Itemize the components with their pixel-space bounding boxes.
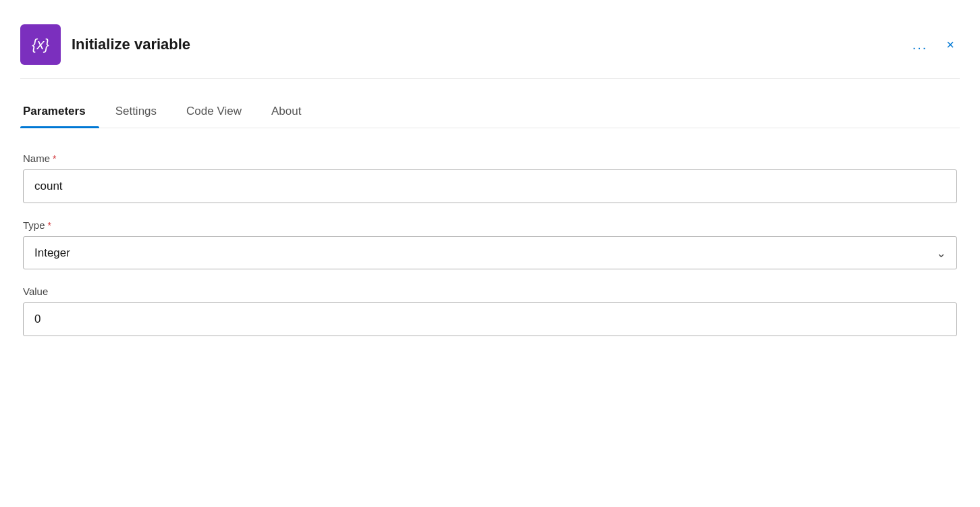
page-container: {x} Initialize variable ... × Parameters…: [0, 0, 980, 366]
name-input[interactable]: [23, 169, 957, 203]
type-select[interactable]: Array Boolean Float Integer Object Strin…: [23, 236, 957, 269]
tab-code-view[interactable]: Code View: [184, 98, 255, 128]
type-select-wrapper: Array Boolean Float Integer Object Strin…: [23, 236, 957, 269]
tab-parameters[interactable]: Parameters: [20, 98, 99, 128]
header-right: ... ×: [907, 34, 960, 55]
tab-about[interactable]: About: [269, 98, 315, 128]
value-input[interactable]: [23, 302, 957, 336]
name-label: Name *: [23, 153, 957, 164]
header-left: {x} Initialize variable: [20, 24, 190, 65]
more-options-button[interactable]: ...: [907, 34, 933, 55]
tab-settings[interactable]: Settings: [113, 98, 170, 128]
close-button[interactable]: ×: [941, 34, 960, 55]
header: {x} Initialize variable ... ×: [20, 14, 960, 79]
tabs-container: Parameters Settings Code View About: [20, 98, 960, 128]
value-label: Value: [23, 286, 957, 297]
type-label: Type *: [23, 219, 957, 231]
action-title: Initialize variable: [72, 36, 190, 53]
value-field-group: Value: [23, 286, 957, 336]
form-container: Name * Type * Array Boolean Float Intege…: [20, 153, 960, 336]
action-icon: {x}: [20, 24, 61, 65]
name-required-star: *: [53, 153, 56, 164]
action-icon-label: {x}: [32, 36, 49, 53]
type-required-star: *: [48, 220, 51, 231]
name-field-group: Name *: [23, 153, 957, 203]
type-field-group: Type * Array Boolean Float Integer Objec…: [23, 219, 957, 269]
